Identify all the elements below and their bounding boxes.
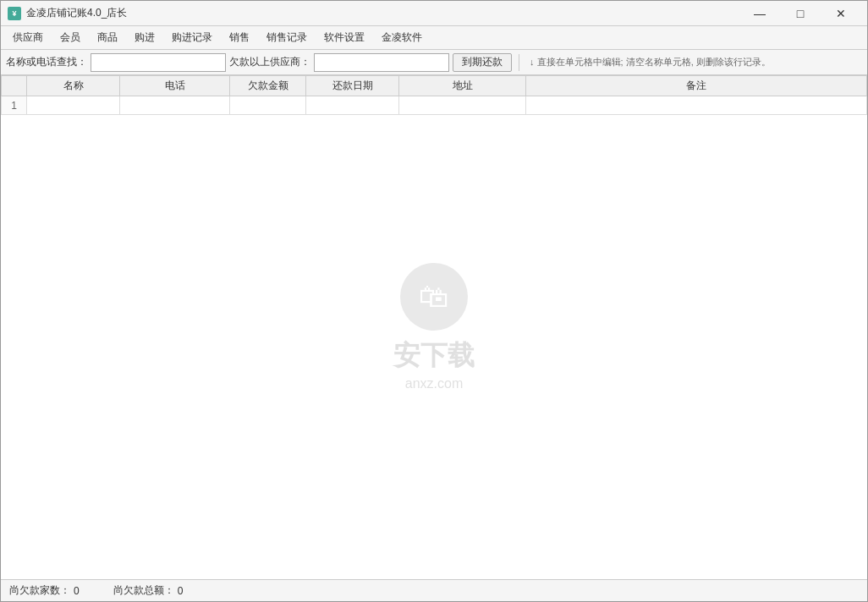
menu-sales[interactable]: 销售 xyxy=(221,27,258,48)
amount-input[interactable] xyxy=(314,53,449,72)
menu-product[interactable]: 商品 xyxy=(89,27,126,48)
menu-supplier[interactable]: 供应商 xyxy=(4,27,52,48)
table-header-row: 名称 电话 欠款金额 还款日期 地址 备注 xyxy=(2,76,867,96)
cell-date[interactable] xyxy=(306,96,399,115)
search-input[interactable] xyxy=(91,53,226,72)
debt-count-label: 尚欠款家数： xyxy=(9,583,70,598)
maximize-button[interactable]: □ xyxy=(781,1,820,26)
debt-total-value: 0 xyxy=(178,585,184,597)
toolbar-divider xyxy=(519,54,519,71)
col-header-date: 还款日期 xyxy=(306,76,399,96)
search-label: 名称或电话查找： xyxy=(6,55,87,69)
col-header-note: 备注 xyxy=(526,76,867,96)
table-container: 名称 电话 欠款金额 还款日期 地址 备注 1 xyxy=(1,75,867,579)
col-header-name: 名称 xyxy=(27,76,120,96)
row-num: 1 xyxy=(2,96,27,115)
table-row: 1 xyxy=(2,96,867,115)
menu-purchase-records[interactable]: 购进记录 xyxy=(163,27,221,48)
cell-name[interactable] xyxy=(27,96,120,115)
titlebar-left: ¥ 金凌店铺记账4.0_店长 xyxy=(8,6,127,20)
debt-count-item: 尚欠款家数： 0 xyxy=(9,583,80,598)
menu-member[interactable]: 会员 xyxy=(52,27,89,48)
col-header-phone: 电话 xyxy=(120,76,230,96)
overdue-button[interactable]: 到期还款 xyxy=(453,53,512,72)
cell-note[interactable] xyxy=(526,96,867,115)
col-header-amount: 欠款金额 xyxy=(230,76,306,96)
cell-amount[interactable] xyxy=(230,96,306,115)
data-table: 名称 电话 欠款金额 还款日期 地址 备注 1 xyxy=(1,75,867,115)
titlebar: ¥ 金凌店铺记账4.0_店长 — □ ✕ xyxy=(1,1,867,26)
menu-sales-records[interactable]: 销售记录 xyxy=(258,27,316,48)
window-controls: — □ ✕ xyxy=(740,1,860,26)
col-header-num xyxy=(2,76,27,96)
app-icon: ¥ xyxy=(8,7,21,20)
app-title: 金凌店铺记账4.0_店长 xyxy=(26,6,127,20)
debt-total-label: 尚欠款总额： xyxy=(113,583,174,598)
cell-phone[interactable] xyxy=(120,96,230,115)
menu-purchase[interactable]: 购进 xyxy=(126,27,163,48)
statusbar: 尚欠款家数： 0 尚欠款总额： 0 xyxy=(1,579,867,601)
debt-count-value: 0 xyxy=(74,585,80,597)
minimize-button[interactable]: — xyxy=(740,1,779,26)
main-window: ¥ 金凌店铺记账4.0_店长 — □ ✕ 供应商 会员 商品 购进 购进记录 销… xyxy=(0,0,868,602)
main-content: 🛍 安下载 anxz.com 名称 电话 欠款金额 还款日期 地址 备注 xyxy=(1,75,867,579)
menu-settings[interactable]: 软件设置 xyxy=(316,27,373,48)
col-header-address: 地址 xyxy=(399,76,526,96)
toolbar: 名称或电话查找： 欠款以上供应商： 到期还款 ↓ 直接在单元格中编辑; 清空名称… xyxy=(1,50,867,75)
debt-total-item: 尚欠款总额： 0 xyxy=(113,583,184,598)
close-button[interactable]: ✕ xyxy=(821,1,860,26)
menubar: 供应商 会员 商品 购进 购进记录 销售 销售记录 软件设置 金凌软件 xyxy=(1,26,867,50)
toolbar-hint: ↓ 直接在单元格中编辑; 清空名称单元格, 则删除该行记录。 xyxy=(530,56,771,68)
menu-jinling-software[interactable]: 金凌软件 xyxy=(373,27,431,48)
amount-label: 欠款以上供应商： xyxy=(229,55,310,69)
cell-address[interactable] xyxy=(399,96,526,115)
